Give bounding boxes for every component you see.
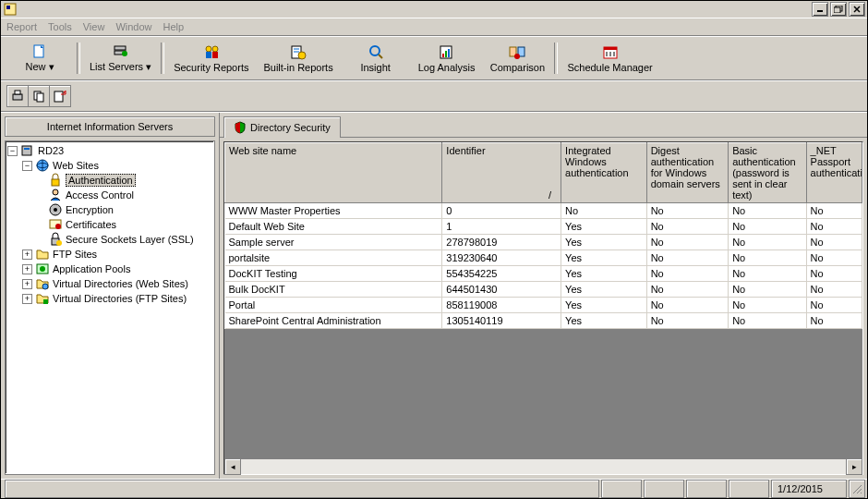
- tree-encryption[interactable]: Encryption: [6, 202, 214, 217]
- table-cell: Portal: [225, 298, 442, 313]
- small-btn-print[interactable]: [7, 86, 29, 106]
- col-iwa[interactable]: Integrated Windows authentication: [561, 143, 647, 203]
- expander-plus-icon[interactable]: +: [22, 279, 32, 289]
- builtin-report-icon: [290, 44, 307, 61]
- menubar: Report Tools View Window Help: [1, 18, 867, 36]
- toolbar-insight[interactable]: Insight: [341, 41, 411, 76]
- dropdown-arrow-icon: ▾: [146, 61, 151, 72]
- toolbar-log-analysis[interactable]: Log Analysis: [411, 41, 483, 76]
- table-row[interactable]: portalsite319230640YesNoNoNo: [225, 250, 862, 266]
- grid-empty-area: [224, 329, 862, 458]
- tree-app-pools[interactable]: + Application Pools: [6, 262, 214, 276]
- table-cell: Yes: [561, 266, 647, 282]
- data-grid[interactable]: Web site name Identifier/ Integrated Win…: [224, 142, 862, 329]
- toolbar-schedule-manager-label: Schedule Manager: [567, 62, 652, 73]
- toolbar-schedule-manager[interactable]: Schedule Manager: [560, 41, 659, 76]
- table-cell: Yes: [561, 250, 647, 266]
- toolbar-list-servers[interactable]: List Servers ▾: [82, 41, 159, 76]
- table-cell: No: [646, 282, 729, 298]
- status-cell-2: [644, 480, 684, 498]
- table-row[interactable]: Portal858119008YesNoNoNo: [225, 298, 862, 313]
- table-row[interactable]: DocKIT Testing554354225YesNoNoNo: [225, 266, 862, 282]
- svg-point-13: [212, 46, 218, 52]
- toolbar-new[interactable]: New ▾: [5, 41, 75, 76]
- expander-minus-icon[interactable]: −: [7, 146, 18, 156]
- col-netpassport[interactable]: _NET Passport authentication: [806, 143, 862, 203]
- col-identifier[interactable]: Identifier/: [442, 143, 561, 203]
- tree-websites-label: Web Sites: [53, 160, 99, 171]
- svg-rect-29: [604, 47, 617, 50]
- table-row[interactable]: Sample server278798019YesNoNoNo: [225, 235, 862, 250]
- table-cell: WWW Master Properties: [225, 203, 442, 219]
- tab-bar: Directory Security: [220, 113, 867, 138]
- body: Internet Information Servers − RD23 − We…: [1, 112, 867, 479]
- svg-point-10: [122, 51, 127, 56]
- table-cell: Yes: [561, 235, 647, 250]
- table-cell: No: [806, 203, 862, 219]
- close-button[interactable]: [849, 2, 865, 17]
- scroll-track[interactable]: [241, 459, 846, 474]
- resize-grip[interactable]: [849, 480, 865, 498]
- table-cell: No: [729, 250, 806, 266]
- table-row[interactable]: WWW Master Properties0NoNoNoNo: [225, 203, 862, 219]
- tree-ssl[interactable]: Secure Sockets Layer (SSL): [6, 232, 214, 247]
- new-icon: [31, 43, 48, 60]
- svg-point-11: [206, 46, 211, 52]
- table-cell: No: [806, 235, 862, 250]
- small-btn-copy[interactable]: [29, 86, 50, 106]
- minimize-button[interactable]: [812, 2, 828, 17]
- svg-rect-12: [206, 52, 211, 58]
- tree-access-control[interactable]: Access Control: [6, 188, 214, 202]
- right-pane: Directory Security Web site name Identif…: [220, 113, 867, 479]
- tree-vdir-ftp[interactable]: + Virtual Directories (FTP Sites): [6, 291, 214, 306]
- menu-tools[interactable]: Tools: [48, 21, 72, 32]
- table-row[interactable]: Bulk DocKIT644501430YesNoNoNo: [225, 282, 862, 298]
- status-cell-4: [729, 480, 769, 498]
- table-row[interactable]: Default Web Site1YesNoNoNo: [225, 219, 862, 235]
- menu-help[interactable]: Help: [163, 21, 185, 32]
- expander-plus-icon[interactable]: +: [22, 250, 32, 260]
- toolbar-builtin-reports[interactable]: Built-in Reports: [256, 41, 340, 76]
- scroll-left-button[interactable]: ◂: [224, 458, 241, 475]
- tree-authentication-label: Authentication: [66, 174, 136, 187]
- tree-ftp-sites[interactable]: + FTP Sites: [6, 247, 214, 262]
- table-cell: No: [646, 313, 729, 329]
- server-icon: [20, 143, 35, 158]
- tree-vdir-web[interactable]: + Virtual Directories (Web Sites): [6, 276, 214, 291]
- tree-certificates[interactable]: Certificates: [6, 217, 214, 232]
- table-cell: No: [646, 266, 729, 282]
- menu-window[interactable]: Window: [115, 21, 151, 32]
- col-digest[interactable]: Digest authentication for Windows domain…: [646, 143, 729, 203]
- tree-root[interactable]: − RD23: [6, 143, 214, 158]
- table-cell: No: [729, 203, 806, 219]
- col-basic[interactable]: Basic authentication (password is sent i…: [729, 143, 806, 203]
- svg-line-55: [853, 485, 862, 493]
- expander-plus-icon[interactable]: +: [22, 264, 32, 274]
- toolbar-comparison[interactable]: Comparison: [482, 41, 552, 76]
- table-cell: No: [729, 219, 806, 235]
- table-cell: No: [646, 298, 729, 313]
- table-cell: No: [561, 203, 647, 219]
- menu-report[interactable]: Report: [6, 21, 37, 32]
- menu-view[interactable]: View: [83, 21, 105, 32]
- horizontal-scrollbar[interactable]: ◂ ▸: [224, 458, 862, 474]
- table-cell: portalsite: [225, 250, 442, 266]
- toolbar-security-reports[interactable]: Security Reports: [166, 41, 256, 76]
- expander-plus-icon[interactable]: +: [22, 294, 32, 304]
- restore-button[interactable]: [830, 2, 847, 17]
- expander-minus-icon[interactable]: −: [22, 161, 32, 171]
- svg-rect-39: [24, 148, 30, 150]
- toolbar-new-label: New: [25, 61, 45, 72]
- tree-authentication[interactable]: Authentication: [6, 173, 214, 188]
- tree-websites[interactable]: − Web Sites: [6, 158, 214, 173]
- vdir-ftp-icon: [35, 291, 50, 306]
- tree-app-pools-label: Application Pools: [53, 263, 130, 274]
- table-row[interactable]: SharePoint Central Administration1305140…: [225, 313, 862, 329]
- col-website-name[interactable]: Web site name: [225, 143, 442, 203]
- tree-view[interactable]: − RD23 − Web Sites Authentication Access…: [5, 140, 215, 475]
- scroll-right-button[interactable]: ▸: [846, 458, 862, 475]
- svg-rect-23: [445, 51, 447, 57]
- tab-directory-security[interactable]: Directory Security: [223, 116, 341, 138]
- user-icon: [48, 188, 63, 202]
- small-btn-export[interactable]: [50, 86, 70, 106]
